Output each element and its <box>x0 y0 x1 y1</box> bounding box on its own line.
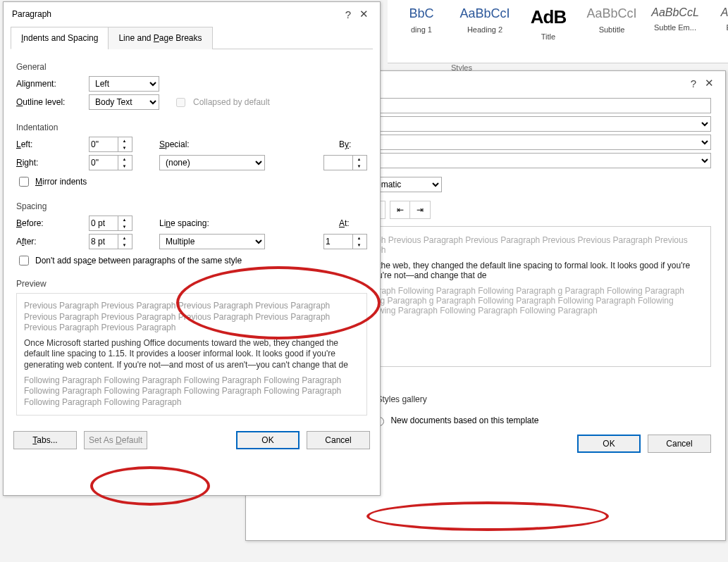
outline-level-select[interactable]: Body Text <box>89 94 159 110</box>
paragraph-cancel-button[interactable]: Cancel <box>307 431 370 449</box>
mirror-indents-checkbox[interactable] <box>19 177 29 187</box>
close-icon[interactable]: ✕ <box>356 8 371 20</box>
tab-line-page-breaks[interactable]: Line and Page Breaks <box>108 27 212 49</box>
indent-right-spinner[interactable]: ▲▼ <box>89 155 132 170</box>
style-ok-button[interactable]: OK <box>577 435 641 453</box>
paragraph-preview: Previous Paragraph Previous Paragraph Pr… <box>16 293 367 416</box>
at-spinner[interactable]: ▲▼ <box>323 234 367 249</box>
dialog-title: Paragraph <box>12 9 51 19</box>
help-icon[interactable]: ? <box>340 8 356 20</box>
line-spacing-label: Line spacing: <box>159 218 230 228</box>
by-spinner[interactable]: ▲▼ <box>323 155 367 170</box>
before-spinner[interactable]: ▲▼ <box>89 216 132 231</box>
at-label: At: <box>339 218 367 228</box>
after-label: After: <box>16 237 83 246</box>
style-tile-title[interactable]: AdBTitle <box>520 3 576 60</box>
special-label: Special: <box>159 139 216 149</box>
style-tile-heading1[interactable]: BbCding 1 <box>393 3 450 60</box>
alignment-label: Alignment: <box>16 79 83 89</box>
increase-indent-icon[interactable]: ⇥ <box>410 201 430 218</box>
dont-add-label: Don't add space between paragraphs of th… <box>35 256 242 266</box>
style-cancel-button[interactable]: Cancel <box>648 435 711 453</box>
style-tile-heading2[interactable]: AaBbCcIHeading 2 <box>457 3 513 60</box>
style-tile-emphasis[interactable]: AaBbCEmpha <box>710 3 728 60</box>
alignment-select[interactable]: Left <box>89 76 159 92</box>
paragraph-ok-button[interactable]: OK <box>236 431 300 449</box>
new-docs-template-radio[interactable]: New documents based on this template <box>371 415 538 426</box>
outline-label: Outline level: <box>16 97 83 107</box>
close-icon[interactable]: ✕ <box>701 77 717 89</box>
style-tile-subtitle[interactable]: AaBbCcISubtitle <box>584 3 640 60</box>
collapsed-label: Collapsed by default <box>193 97 270 107</box>
special-select[interactable]: (none) <box>159 155 265 170</box>
indent-left-label: Left: <box>16 139 83 149</box>
indent-right-label: Right: <box>16 158 83 168</box>
set-as-default-button[interactable]: Set As Default <box>84 431 147 449</box>
general-section: General <box>16 62 367 72</box>
indent-left-spinner[interactable]: ▲▼ <box>89 137 132 152</box>
style-tile-subtle-em[interactable]: AaBbCcLSubtle Em... <box>647 3 703 60</box>
help-icon[interactable]: ? <box>686 77 701 89</box>
dont-add-space-checkbox[interactable] <box>19 256 29 266</box>
paragraph-dialog: Paragraph ? ✕ IIndents and Spacingndents… <box>3 1 381 496</box>
preview-section: Preview <box>16 279 367 289</box>
styles-ribbon: BbCding 1 AaBbCcIHeading 2 AdBTitle AaBb… <box>388 0 728 63</box>
tab-indents-spacing[interactable]: IIndents and Spacingndents and Spacing <box>11 27 109 49</box>
before-label: Before: <box>16 218 83 228</box>
after-spinner[interactable]: ▲▼ <box>89 234 132 249</box>
line-spacing-select[interactable]: Multiple <box>159 234 265 249</box>
indentation-section: Indentation <box>16 123 367 132</box>
decrease-indent-icon[interactable]: ⇤ <box>390 201 410 218</box>
spacing-section: Spacing <box>16 201 367 211</box>
by-label: By: <box>339 139 367 149</box>
collapsed-checkbox <box>176 98 185 107</box>
tabs-button[interactable]: Tabs... <box>13 431 77 449</box>
mirror-label: Mirror indents <box>35 177 87 187</box>
